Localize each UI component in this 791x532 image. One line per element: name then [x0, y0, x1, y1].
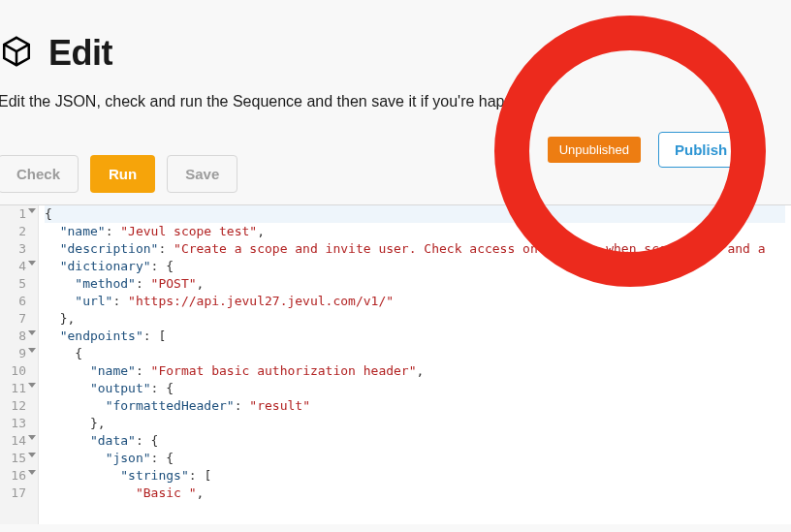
line-number: 11 — [4, 380, 36, 397]
line-number: 12 — [4, 397, 36, 415]
status-badge-unpublished: Unpublished — [548, 137, 641, 163]
line-number: 17 — [4, 485, 36, 502]
header: Edit — [0, 0, 791, 74]
code-line[interactable]: "method": "POST", — [45, 275, 785, 293]
code-line[interactable]: "formattedHeader": "result" — [45, 397, 785, 415]
code-line[interactable]: "name": "Format basic authorization head… — [45, 362, 785, 380]
publish-button[interactable]: Publish v0 — [658, 132, 764, 168]
line-number: 1 — [4, 205, 36, 223]
code-line[interactable]: }, — [45, 415, 785, 432]
line-number: 3 — [4, 240, 36, 258]
line-number: 16 — [4, 467, 36, 485]
line-number: 10 — [4, 362, 36, 380]
code-line[interactable]: "Basic ", — [45, 485, 785, 502]
fold-icon[interactable] — [28, 208, 36, 213]
editor-gutter: 1234567891011121314151617 — [0, 205, 39, 524]
fold-icon[interactable] — [28, 470, 36, 475]
fold-icon[interactable] — [28, 383, 36, 388]
code-line[interactable]: "endpoints": [ — [45, 328, 785, 345]
subtitle: Edit the JSON, check and run the Sequenc… — [0, 93, 791, 110]
cube-icon — [0, 35, 33, 72]
line-number: 8 — [4, 328, 36, 345]
code-line[interactable]: "strings": [ — [45, 467, 785, 485]
code-line[interactable]: "dictionary": { — [45, 258, 785, 275]
json-editor[interactable]: 1234567891011121314151617 { "name": "Jev… — [0, 204, 791, 524]
fold-icon[interactable] — [28, 453, 36, 457]
fold-icon[interactable] — [28, 435, 36, 440]
code-line[interactable]: "data": { — [45, 432, 785, 450]
code-line[interactable]: { — [45, 205, 785, 223]
check-button[interactable]: Check — [0, 155, 79, 193]
code-line[interactable]: { — [45, 345, 785, 362]
fold-icon[interactable] — [28, 348, 36, 353]
code-line[interactable]: "description": "Create a scope and invit… — [45, 240, 785, 258]
editor-code[interactable]: { "name": "Jevul scope test", "descripti… — [39, 205, 791, 524]
line-number: 14 — [4, 432, 36, 450]
code-line[interactable]: "name": "Jevul scope test", — [45, 223, 785, 240]
line-number: 13 — [4, 415, 36, 432]
code-line[interactable]: "json": { — [45, 450, 785, 467]
code-line[interactable]: }, — [45, 310, 785, 328]
page-title: Edit — [48, 33, 112, 74]
fold-icon[interactable] — [28, 261, 36, 266]
line-number: 9 — [4, 345, 36, 362]
run-button[interactable]: Run — [90, 155, 155, 193]
line-number: 4 — [4, 258, 36, 275]
line-number: 5 — [4, 275, 36, 293]
fold-icon[interactable] — [28, 330, 36, 335]
line-number: 6 — [4, 293, 36, 310]
code-line[interactable]: "url": "https://api.jevul27.jevul.com/v1… — [45, 293, 785, 310]
save-button[interactable]: Save — [167, 155, 237, 193]
line-number: 15 — [4, 450, 36, 467]
publish-row: Unpublished Publish v0 — [548, 132, 764, 168]
code-line[interactable]: "output": { — [45, 380, 785, 397]
line-number: 2 — [4, 223, 36, 240]
line-number: 7 — [4, 310, 36, 328]
